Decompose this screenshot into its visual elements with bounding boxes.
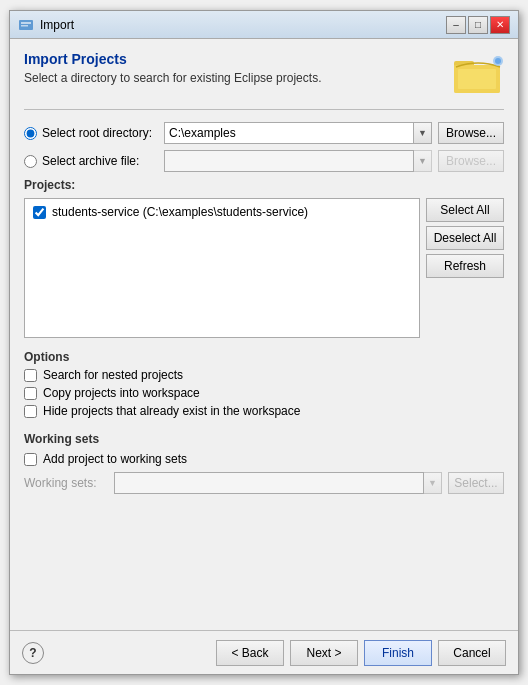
working-sets-input: [114, 472, 424, 494]
working-sets-combo: ▼: [114, 472, 442, 494]
dialog-footer: ? < Back Next > Finish Cancel: [10, 630, 518, 674]
svg-rect-1: [21, 22, 31, 24]
import-dialog: Import – □ ✕ Import Projects Select a di…: [9, 10, 519, 675]
footer-buttons: < Back Next > Finish Cancel: [216, 640, 506, 666]
title-bar-controls: – □ ✕: [446, 16, 510, 34]
close-button[interactable]: ✕: [490, 16, 510, 34]
projects-area: students-service (C:\examples\students-s…: [24, 198, 504, 338]
archive-file-dropdown-arrow: ▼: [414, 150, 432, 172]
header-separator: [24, 109, 504, 110]
root-dir-dropdown-arrow[interactable]: ▼: [414, 122, 432, 144]
select-all-button[interactable]: Select All: [426, 198, 504, 222]
option-copy-projects: Copy projects into workspace: [24, 386, 504, 400]
working-sets-label: Working sets: [24, 432, 504, 446]
archive-file-browse-button: Browse...: [438, 150, 504, 172]
add-working-sets-label: Add project to working sets: [43, 452, 187, 466]
projects-list: students-service (C:\examples\students-s…: [24, 198, 420, 338]
option-nested-projects: Search for nested projects: [24, 368, 504, 382]
working-sets-section: Working sets Add project to working sets…: [24, 432, 504, 494]
window-icon: [18, 17, 34, 33]
refresh-button[interactable]: Refresh: [426, 254, 504, 278]
options-label: Options: [24, 350, 504, 364]
title-bar-text: Import: [40, 18, 446, 32]
help-button[interactable]: ?: [22, 642, 44, 664]
nested-projects-checkbox[interactable]: [24, 369, 37, 382]
archive-file-combo: ▼: [164, 150, 432, 172]
cancel-button[interactable]: Cancel: [438, 640, 506, 666]
projects-label: Projects:: [24, 178, 504, 192]
maximize-button[interactable]: □: [468, 16, 488, 34]
root-dir-combo: ▼: [164, 122, 432, 144]
root-dir-browse-button[interactable]: Browse...: [438, 122, 504, 144]
svg-rect-6: [458, 69, 496, 89]
title-bar: Import – □ ✕: [10, 11, 518, 39]
working-sets-select-button: Select...: [448, 472, 504, 494]
archive-file-radio-label[interactable]: Select archive file:: [24, 154, 164, 168]
archive-file-row: Select archive file: ▼ Browse...: [24, 150, 504, 172]
back-button[interactable]: < Back: [216, 640, 284, 666]
hide-projects-checkbox[interactable]: [24, 405, 37, 418]
add-working-sets-checkbox[interactable]: [24, 453, 37, 466]
options-section: Options Search for nested projects Copy …: [24, 350, 504, 422]
project-label: students-service (C:\examples\students-s…: [52, 205, 308, 219]
next-button[interactable]: Next >: [290, 640, 358, 666]
dialog-title: Import Projects: [24, 51, 452, 67]
list-item[interactable]: students-service (C:\examples\students-s…: [29, 203, 415, 221]
minimize-button[interactable]: –: [446, 16, 466, 34]
folder-icon: [452, 51, 504, 95]
dialog-description: Select a directory to search for existin…: [24, 71, 452, 85]
root-dir-input[interactable]: [164, 122, 414, 144]
working-sets-field-label: Working sets:: [24, 476, 114, 490]
svg-rect-2: [21, 25, 28, 27]
header-text: Import Projects Select a directory to se…: [24, 51, 452, 85]
working-sets-arrow: ▼: [424, 472, 442, 494]
root-dir-radio-label[interactable]: Select root directory:: [24, 126, 164, 140]
copy-projects-checkbox[interactable]: [24, 387, 37, 400]
archive-file-radio[interactable]: [24, 155, 37, 168]
project-checkbox[interactable]: [33, 206, 46, 219]
root-dir-radio[interactable]: [24, 127, 37, 140]
dialog-content: Import Projects Select a directory to se…: [10, 39, 518, 630]
option-hide-projects: Hide projects that already exist in the …: [24, 404, 504, 418]
add-to-working-sets-row: Add project to working sets: [24, 452, 504, 466]
deselect-all-button[interactable]: Deselect All: [426, 226, 504, 250]
header-section: Import Projects Select a directory to se…: [24, 51, 504, 95]
archive-file-input: [164, 150, 414, 172]
projects-side-buttons: Select All Deselect All Refresh: [426, 198, 504, 338]
root-directory-row: Select root directory: ▼ Browse...: [24, 122, 504, 144]
svg-point-8: [495, 58, 501, 64]
working-sets-input-row: Working sets: ▼ Select...: [24, 472, 504, 494]
finish-button[interactable]: Finish: [364, 640, 432, 666]
